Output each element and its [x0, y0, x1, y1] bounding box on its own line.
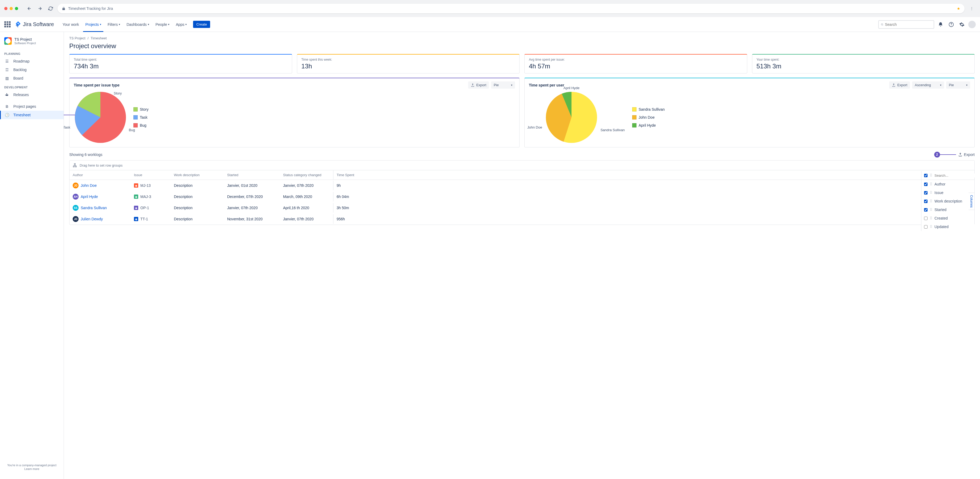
- stat-card: Total time spent:734h 3m: [69, 54, 292, 73]
- author-link[interactable]: Sandra Sullivan: [81, 206, 107, 210]
- nav-projects[interactable]: Projects▾: [83, 20, 103, 29]
- sort-select[interactable]: Ascending▾: [912, 81, 944, 89]
- drag-handle-icon: ⠿: [930, 216, 932, 220]
- table-row[interactable]: SSSandra Sullivan ◉OP-1 Description Janv…: [70, 202, 974, 213]
- chart-type-select[interactable]: Pie▾: [491, 81, 515, 89]
- help-icon[interactable]: [947, 20, 956, 29]
- sidebar-item-roadmap[interactable]: ☰Roadmap: [0, 57, 64, 65]
- group-drop-zone[interactable]: Drag here to set row groups: [70, 160, 974, 170]
- col-desc[interactable]: Work description: [171, 170, 224, 179]
- columns-select-all[interactable]: [924, 174, 928, 177]
- global-search[interactable]: [878, 20, 934, 29]
- issue-key[interactable]: TT-1: [140, 217, 148, 221]
- sidebar-item-timesheet[interactable]: 🕒Timesheet: [0, 111, 64, 119]
- column-option[interactable]: ⠿Work description: [921, 197, 974, 205]
- export-button[interactable]: Export: [468, 81, 489, 89]
- issue-type-icon: ◉: [134, 206, 138, 210]
- notifications-icon[interactable]: [936, 20, 945, 29]
- pie-label-sandra: Sandra Sullivan: [600, 128, 625, 132]
- sidebar-item-backlog[interactable]: ☲Backlog: [0, 65, 64, 74]
- export-button[interactable]: Export: [889, 81, 910, 89]
- column-option[interactable]: ⠿Started: [921, 205, 974, 214]
- columns-search-input[interactable]: [934, 173, 979, 178]
- column-option[interactable]: ⠿Author: [921, 180, 974, 189]
- export-icon: [471, 83, 474, 87]
- chart-type-select[interactable]: Pie▾: [946, 81, 970, 89]
- logo[interactable]: Jira Software: [15, 21, 54, 28]
- lock-icon: [62, 7, 65, 10]
- column-checkbox[interactable]: [924, 200, 928, 203]
- user-avatar[interactable]: [968, 21, 976, 28]
- author-link[interactable]: Julien Dewdy: [81, 217, 103, 221]
- author-link[interactable]: April Hyde: [81, 195, 98, 199]
- back-button[interactable]: [25, 5, 33, 12]
- minimize-window[interactable]: [10, 7, 13, 10]
- traffic-lights: [4, 7, 18, 10]
- chart-title: Time spent per user: [529, 83, 887, 87]
- breadcrumb-project[interactable]: TS Project: [69, 36, 86, 40]
- legend-item[interactable]: John Doe: [632, 115, 665, 119]
- col-author[interactable]: Author: [70, 170, 131, 179]
- legend-swatch: [632, 107, 636, 111]
- legend-item[interactable]: Sandra Sullivan: [632, 107, 665, 111]
- legend-item[interactable]: Task: [134, 115, 149, 119]
- project-header[interactable]: TS Project Software Project: [0, 36, 64, 49]
- bookmark-icon[interactable]: ★: [957, 6, 960, 11]
- col-started[interactable]: Started: [224, 170, 280, 179]
- nav-dashboards[interactable]: Dashboards▾: [124, 20, 151, 29]
- browser-menu[interactable]: ⋮: [968, 6, 976, 11]
- sidebar-item-project-pages[interactable]: 🗎Project pages: [0, 102, 64, 111]
- settings-icon[interactable]: [958, 20, 966, 29]
- learn-more-link[interactable]: Learn more: [4, 467, 59, 471]
- cell-started: Janvier, 01st 2020: [224, 181, 280, 190]
- app-switcher-icon[interactable]: [4, 21, 11, 28]
- search-input[interactable]: [885, 22, 932, 27]
- issue-key[interactable]: MJ-13: [140, 183, 151, 187]
- sidebar-item-releases[interactable]: ⛴Releases: [0, 90, 64, 99]
- column-option[interactable]: ⠿Created: [921, 214, 974, 222]
- export-worklogs-button[interactable]: Export: [958, 152, 975, 157]
- column-checkbox[interactable]: [924, 225, 928, 228]
- clock-icon: 🕒: [4, 113, 10, 117]
- column-checkbox[interactable]: [924, 217, 928, 220]
- browser-chrome: Timesheet Tracking for Jira ★ ⋮: [0, 0, 980, 17]
- nav-filters[interactable]: Filters▾: [105, 20, 122, 29]
- sidebar-item-board[interactable]: ▥Board: [0, 74, 64, 82]
- column-checkbox[interactable]: [924, 208, 928, 211]
- stat-card: Avg time spent per issue:4h 57m: [524, 54, 747, 73]
- nav-your-work[interactable]: Your work: [60, 20, 81, 29]
- columns-tab[interactable]: Columns: [969, 193, 975, 210]
- sidebar-footer: You're in a company-managed project Lear…: [0, 459, 64, 475]
- column-checkbox[interactable]: [924, 191, 928, 195]
- breadcrumb-timesheet[interactable]: Timesheet: [91, 36, 107, 40]
- col-issue[interactable]: Issue: [131, 170, 171, 179]
- page-title: Project overview: [69, 42, 975, 50]
- nav-apps[interactable]: Apps▾: [173, 20, 189, 29]
- issue-key[interactable]: OP-1: [140, 206, 149, 210]
- issue-key[interactable]: MAJ-3: [140, 195, 151, 199]
- close-window[interactable]: [4, 7, 8, 10]
- col-status[interactable]: Status category changed: [280, 170, 333, 179]
- legend-item[interactable]: Story: [134, 107, 149, 111]
- forward-button[interactable]: [36, 5, 44, 12]
- create-button[interactable]: Create: [193, 21, 210, 28]
- reload-button[interactable]: [47, 5, 54, 12]
- table-row[interactable]: AHApril Hyde ◉MAJ-3 Description December…: [70, 191, 974, 202]
- legend-item[interactable]: Bug: [134, 123, 149, 127]
- table-row[interactable]: JDJulien Dewdy ◉TT-1 Description Novembe…: [70, 213, 974, 225]
- backlog-icon: ☲: [4, 68, 10, 72]
- url-bar[interactable]: Timesheet Tracking for Jira ★: [57, 4, 964, 13]
- stat-cards: Total time spent:734h 3mTime spent this …: [69, 54, 975, 73]
- col-time[interactable]: Time Spent: [333, 170, 371, 179]
- drag-handle-icon: ⠿: [930, 182, 932, 186]
- legend-item[interactable]: April Hyde: [632, 123, 665, 127]
- maximize-window[interactable]: [15, 7, 18, 10]
- author-link[interactable]: John Doe: [81, 183, 97, 187]
- avatar: JD: [73, 216, 78, 222]
- column-option[interactable]: ⠿Updated: [921, 222, 974, 231]
- chevron-down-icon: ▾: [168, 23, 169, 26]
- column-option[interactable]: ⠿Issue: [921, 189, 974, 197]
- column-checkbox[interactable]: [924, 182, 928, 186]
- nav-people[interactable]: People▾: [153, 20, 172, 29]
- table-row[interactable]: JDJohn Doe ◉MJ-13 Description Janvier, 0…: [70, 180, 974, 191]
